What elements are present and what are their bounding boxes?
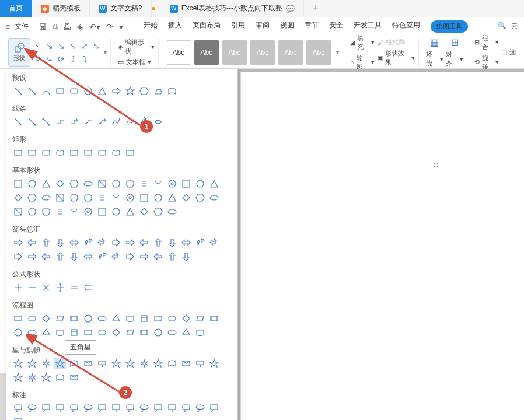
shape-basic-19[interactable] — [68, 192, 80, 204]
print-icon[interactable]: 🖶 — [63, 22, 71, 32]
shape-basic-29[interactable] — [208, 192, 220, 204]
shape-flowchart-3[interactable] — [54, 313, 66, 324]
shape-lines-4[interactable] — [68, 116, 80, 128]
shape-basic-32[interactable] — [40, 206, 52, 218]
shape-rect-3[interactable] — [54, 147, 66, 159]
shape-flowchart-28[interactable] — [194, 327, 206, 338]
shape-rect-1[interactable] — [26, 147, 38, 159]
shape-rect-8[interactable] — [124, 147, 136, 159]
shape-arrows-12[interactable] — [180, 237, 192, 249]
shape-rect-5[interactable] — [82, 147, 94, 159]
align-button[interactable]: 对齐▾ — [446, 50, 463, 68]
shape-basic-33[interactable] — [54, 206, 66, 218]
shape-basic-41[interactable] — [166, 206, 178, 218]
shape-arrows-21[interactable] — [96, 251, 108, 262]
shape-stars-3[interactable] — [54, 358, 66, 369]
shape-stars-0[interactable] — [12, 358, 24, 369]
shape-basic-36[interactable] — [96, 206, 108, 218]
shape-stars-16[interactable] — [26, 372, 38, 383]
more-lines-icon[interactable]: ▾ — [104, 49, 107, 55]
page[interactable] — [240, 72, 524, 420]
shape-basic-0[interactable] — [12, 178, 24, 190]
shape-flowchart-26[interactable] — [166, 327, 178, 338]
shape-lines-5[interactable] — [82, 116, 94, 128]
shape-preset-4[interactable] — [68, 85, 80, 97]
shape-arrows-20[interactable] — [82, 251, 94, 262]
shape-stars-8[interactable] — [124, 358, 136, 369]
shape-preset-8[interactable] — [124, 85, 136, 97]
tab-doc[interactable]: W文字文稿2 — [90, 0, 152, 18]
shape-basic-24[interactable] — [138, 192, 150, 204]
shape-basic-4[interactable] — [68, 178, 80, 190]
shape-callout-14[interactable] — [208, 402, 220, 414]
shape-preset-9[interactable] — [138, 85, 150, 97]
shape-basic-16[interactable] — [26, 192, 38, 204]
quick-lines-grid[interactable]: ⟍↘↘⤡⤢⤡ ⤾⤿⟳⤴⤵ — [33, 40, 102, 65]
shape-basic-2[interactable] — [40, 178, 52, 190]
shape-basic-30[interactable] — [12, 206, 24, 218]
shape-rect-7[interactable] — [110, 147, 122, 159]
shape-basic-21[interactable] — [96, 192, 108, 204]
tab-special[interactable]: 特色应用 — [392, 20, 420, 33]
shape-basic-13[interactable] — [194, 178, 206, 190]
shape-basic-26[interactable] — [166, 192, 178, 204]
shape-preset-10[interactable] — [152, 85, 164, 97]
shape-stars-12[interactable] — [180, 358, 192, 369]
style-6[interactable]: Abc — [306, 40, 331, 65]
shape-stars-10[interactable] — [152, 358, 164, 369]
shape-arrows-26[interactable] — [166, 251, 178, 262]
style-1[interactable]: Abc — [166, 40, 191, 65]
shape-arrows-27[interactable] — [180, 251, 192, 262]
shape-preset-7[interactable] — [110, 85, 122, 97]
shape-flowchart-21[interactable] — [96, 327, 108, 338]
shape-arrows-2[interactable] — [40, 237, 52, 249]
shape-stars-4[interactable] — [68, 358, 80, 369]
tab-template[interactable]: ◆稻壳模板 — [32, 0, 90, 18]
fill-button[interactable]: ◢填充▾ — [350, 34, 375, 51]
more-styles-icon[interactable]: ▾ — [336, 49, 339, 55]
shape-basic-38[interactable] — [124, 206, 136, 218]
shape-flowchart-25[interactable] — [152, 327, 164, 338]
shape-stars-6[interactable] — [96, 358, 108, 369]
menu-icon[interactable]: ≡ — [6, 23, 10, 31]
shape-formula-3[interactable] — [54, 282, 66, 293]
shape-rect-4[interactable] — [68, 147, 80, 159]
shape-formula-1[interactable] — [26, 282, 38, 293]
shape-preset-0[interactable] — [12, 85, 24, 97]
shape-arrows-0[interactable] — [12, 237, 24, 249]
shape-callout-12[interactable] — [180, 402, 192, 414]
tab-devtools[interactable]: 开发工具 — [354, 20, 382, 33]
shape-preset-5[interactable] — [82, 85, 94, 97]
shape-lines-0[interactable] — [12, 116, 24, 128]
file-menu[interactable]: 文件 — [15, 22, 29, 32]
tab-reference[interactable]: 引用 — [231, 20, 245, 33]
shape-flowchart-16[interactable] — [26, 327, 38, 338]
shape-basic-12[interactable] — [180, 178, 192, 190]
tab-home[interactable]: 首页 — [0, 0, 32, 18]
shape-flowchart-14[interactable] — [208, 313, 220, 324]
shape-flowchart-7[interactable] — [110, 313, 122, 324]
shape-flowchart-18[interactable] — [54, 327, 66, 338]
shape-arrows-4[interactable] — [68, 237, 80, 249]
shape-stars-18[interactable] — [54, 372, 66, 383]
shape-callout-13[interactable] — [194, 402, 206, 414]
format-painter-button[interactable]: 🖌格式刷 — [377, 38, 415, 47]
shape-callout-3[interactable] — [54, 402, 66, 414]
shape-lines-10[interactable] — [152, 116, 164, 128]
print-preview-icon[interactable]: ⎙ — [53, 22, 57, 32]
shape-flowchart-15[interactable] — [12, 327, 24, 338]
shape-arrows-7[interactable] — [110, 237, 122, 249]
shape-basic-31[interactable] — [26, 206, 38, 218]
shape-flowchart-2[interactable] — [40, 313, 52, 324]
tab-insert[interactable]: 插入 — [168, 20, 182, 33]
shape-arrows-16[interactable] — [26, 251, 38, 262]
shape-arrows-15[interactable] — [12, 251, 24, 262]
shape-basic-40[interactable] — [152, 206, 164, 218]
shape-basic-11[interactable] — [166, 178, 178, 190]
shape-stars-1[interactable] — [26, 358, 38, 369]
shape-arrows-8[interactable] — [124, 237, 136, 249]
shape-callout-15[interactable] — [12, 416, 24, 420]
shape-basic-37[interactable] — [110, 206, 122, 218]
style-5[interactable]: Abc — [278, 40, 303, 65]
style-3[interactable]: Abc — [222, 40, 247, 65]
